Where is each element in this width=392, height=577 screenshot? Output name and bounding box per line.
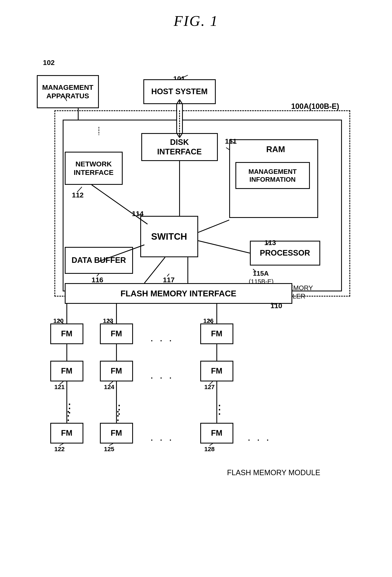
- ref-128: 128: [204, 446, 215, 453]
- fm-128: FM: [200, 423, 233, 443]
- ref-125: 125: [104, 446, 114, 453]
- ref-124: 124: [104, 384, 114, 391]
- ref-111: 111: [225, 137, 237, 145]
- ref-121: 121: [54, 384, 65, 391]
- fm-123: FM: [100, 324, 133, 344]
- flash-memory-module-label: FLASH MEMORY MODULE: [227, 468, 321, 477]
- hdots-row3b: . . .: [248, 431, 271, 443]
- ref-126: 126: [203, 317, 214, 324]
- ref-115a: 115A: [253, 270, 269, 277]
- svg-line-77: [210, 443, 213, 446]
- ref-120: 120: [53, 317, 64, 324]
- page: FIG. 1: [0, 0, 392, 577]
- disk-interface-box: DISK INTERFACE: [141, 133, 218, 161]
- svg-line-71: [60, 443, 63, 446]
- ref-117: 117: [163, 276, 175, 284]
- fm-124: FM: [100, 361, 133, 381]
- hdots-row2: . . .: [151, 369, 174, 381]
- hdots-row3: . . .: [151, 431, 174, 443]
- ref-127: 127: [204, 384, 215, 391]
- dots-col2b: ⋮: [112, 408, 124, 423]
- dots-col1b: ⋮: [62, 408, 74, 423]
- fm-120: FM: [50, 324, 83, 344]
- flash-memory-interface-box: FLASH MEMORY INTERFACE: [65, 283, 292, 304]
- ref-112: 112: [72, 191, 84, 199]
- host-system-box: HOST SYSTEM: [143, 79, 216, 104]
- container-label: 100A(100B-E): [291, 102, 339, 111]
- switch-box: SWITCH: [140, 216, 198, 257]
- fm-126: FM: [200, 324, 233, 344]
- svg-line-74: [109, 443, 113, 446]
- ref-122: 122: [54, 446, 65, 453]
- ref-114: 114: [132, 210, 144, 218]
- fm-127: FM: [200, 361, 233, 381]
- ref-123: 123: [103, 317, 113, 324]
- dots-col3: ⋮: [213, 402, 226, 417]
- ref-113: 113: [264, 239, 276, 247]
- processor-box: PROCESSOR: [250, 241, 320, 265]
- figure-title: FIG. 1: [21, 12, 371, 30]
- network-interface-box: NETWORK INTERFACE: [65, 152, 123, 185]
- fm-125: FM: [100, 423, 133, 443]
- management-apparatus-box: MANAGEMENT APPARATUS: [37, 75, 99, 108]
- ref-116: 116: [92, 276, 103, 284]
- fm-122: FM: [50, 423, 83, 443]
- hdots-row1: . . .: [151, 332, 174, 344]
- data-buffer-box: DATA BUFFER: [65, 247, 133, 274]
- management-info-box: MANAGEMENT INFORMATION: [235, 162, 310, 189]
- ref-102: 102: [43, 59, 55, 67]
- diagram-area: 101 102 HOST SYSTEM MANAGEMENT APPARATUS…: [31, 46, 361, 564]
- fm-121: FM: [50, 361, 83, 381]
